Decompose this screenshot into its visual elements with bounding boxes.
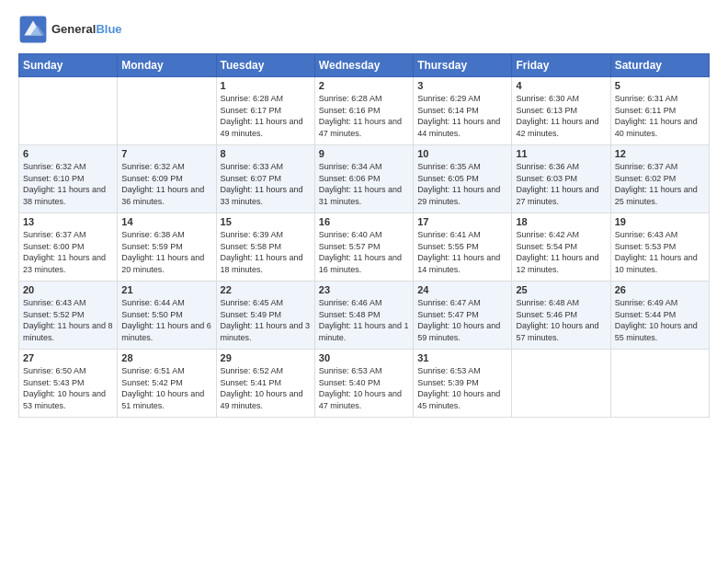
calendar-cell: 8Sunrise: 6:33 AM Sunset: 6:07 PM Daylig… [216,145,314,213]
calendar-cell [19,77,118,145]
cell-info: Sunrise: 6:28 AM Sunset: 6:16 PM Dayligh… [319,93,409,139]
day-number: 19 [615,216,705,227]
cell-info: Sunrise: 6:52 AM Sunset: 5:41 PM Dayligh… [221,365,311,411]
cell-info: Sunrise: 6:31 AM Sunset: 6:11 PM Dayligh… [615,93,705,139]
day-number: 22 [221,284,311,295]
day-number: 20 [23,284,113,295]
cell-info: Sunrise: 6:49 AM Sunset: 5:44 PM Dayligh… [615,297,705,343]
calendar-cell: 7Sunrise: 6:32 AM Sunset: 6:09 PM Daylig… [118,145,216,213]
calendar-cell: 11Sunrise: 6:36 AM Sunset: 6:03 PM Dayli… [512,145,610,213]
calendar-cell: 22Sunrise: 6:45 AM Sunset: 5:49 PM Dayli… [216,282,314,350]
day-number: 21 [121,284,211,295]
calendar-cell: 16Sunrise: 6:40 AM Sunset: 5:57 PM Dayli… [314,213,413,282]
calendar-cell: 15Sunrise: 6:39 AM Sunset: 5:58 PM Dayli… [216,213,314,282]
calendar-cell: 6Sunrise: 6:32 AM Sunset: 6:10 PM Daylig… [19,145,118,213]
calendar-cell [610,350,709,418]
day-number: 29 [221,352,311,363]
day-header-sunday: Sunday [19,54,118,77]
day-number: 23 [319,284,409,295]
day-number: 27 [23,352,113,363]
calendar-cell: 9Sunrise: 6:34 AM Sunset: 6:06 PM Daylig… [314,145,413,213]
cell-info: Sunrise: 6:34 AM Sunset: 6:06 PM Dayligh… [319,161,409,207]
week-row-4: 20Sunrise: 6:43 AM Sunset: 5:52 PM Dayli… [19,282,710,350]
cell-info: Sunrise: 6:35 AM Sunset: 6:05 PM Dayligh… [417,161,507,207]
day-number: 13 [23,216,113,227]
calendar-cell: 27Sunrise: 6:50 AM Sunset: 5:43 PM Dayli… [19,350,118,418]
day-number: 12 [615,148,705,159]
day-number: 4 [516,80,606,91]
day-header-tuesday: Tuesday [216,54,314,77]
cell-info: Sunrise: 6:33 AM Sunset: 6:07 PM Dayligh… [221,161,311,207]
cell-info: Sunrise: 6:43 AM Sunset: 5:53 PM Dayligh… [615,229,705,275]
day-number: 1 [221,80,311,91]
day-number: 24 [417,284,507,295]
calendar-cell [512,350,610,418]
day-number: 26 [615,284,705,295]
calendar-cell: 28Sunrise: 6:51 AM Sunset: 5:42 PM Dayli… [118,350,216,418]
calendar-cell: 17Sunrise: 6:41 AM Sunset: 5:55 PM Dayli… [414,213,512,282]
cell-info: Sunrise: 6:40 AM Sunset: 5:57 PM Dayligh… [319,229,409,275]
cell-info: Sunrise: 6:45 AM Sunset: 5:49 PM Dayligh… [221,297,311,343]
cell-info: Sunrise: 6:42 AM Sunset: 5:54 PM Dayligh… [516,229,606,275]
day-number: 16 [319,216,409,227]
logo-text: GeneralBlue [51,22,122,37]
header: GeneralBlue [18,15,710,44]
day-header-wednesday: Wednesday [314,54,413,77]
week-row-5: 27Sunrise: 6:50 AM Sunset: 5:43 PM Dayli… [19,350,710,418]
cell-info: Sunrise: 6:39 AM Sunset: 5:58 PM Dayligh… [221,229,311,275]
calendar-cell: 18Sunrise: 6:42 AM Sunset: 5:54 PM Dayli… [512,213,610,282]
cell-info: Sunrise: 6:51 AM Sunset: 5:42 PM Dayligh… [121,365,211,411]
day-number: 3 [417,80,507,91]
logo-icon [18,15,48,44]
cell-info: Sunrise: 6:50 AM Sunset: 5:43 PM Dayligh… [23,365,113,411]
cell-info: Sunrise: 6:44 AM Sunset: 5:50 PM Dayligh… [121,297,211,343]
day-number: 15 [221,216,311,227]
calendar-cell: 3Sunrise: 6:29 AM Sunset: 6:14 PM Daylig… [414,77,512,145]
calendar-cell: 21Sunrise: 6:44 AM Sunset: 5:50 PM Dayli… [118,282,216,350]
cell-info: Sunrise: 6:32 AM Sunset: 6:10 PM Dayligh… [23,161,113,207]
day-header-thursday: Thursday [414,54,512,77]
calendar-cell: 4Sunrise: 6:30 AM Sunset: 6:13 PM Daylig… [512,77,610,145]
cell-info: Sunrise: 6:47 AM Sunset: 5:47 PM Dayligh… [417,297,507,343]
cell-info: Sunrise: 6:41 AM Sunset: 5:55 PM Dayligh… [417,229,507,275]
calendar-cell: 19Sunrise: 6:43 AM Sunset: 5:53 PM Dayli… [610,213,709,282]
day-number: 31 [417,352,507,363]
page: GeneralBlue SundayMondayTuesdayWednesday… [0,0,728,563]
cell-info: Sunrise: 6:29 AM Sunset: 6:14 PM Dayligh… [417,93,507,139]
day-number: 9 [319,148,409,159]
cell-info: Sunrise: 6:36 AM Sunset: 6:03 PM Dayligh… [516,161,606,207]
cell-info: Sunrise: 6:37 AM Sunset: 6:00 PM Dayligh… [23,229,113,275]
calendar-cell: 29Sunrise: 6:52 AM Sunset: 5:41 PM Dayli… [216,350,314,418]
calendar-cell: 26Sunrise: 6:49 AM Sunset: 5:44 PM Dayli… [610,282,709,350]
day-number: 30 [319,352,409,363]
calendar-cell: 2Sunrise: 6:28 AM Sunset: 6:16 PM Daylig… [314,77,413,145]
cell-info: Sunrise: 6:37 AM Sunset: 6:02 PM Dayligh… [615,161,705,207]
calendar-cell: 12Sunrise: 6:37 AM Sunset: 6:02 PM Dayli… [610,145,709,213]
day-number: 8 [221,148,311,159]
cell-info: Sunrise: 6:32 AM Sunset: 6:09 PM Dayligh… [121,161,211,207]
calendar-cell: 25Sunrise: 6:48 AM Sunset: 5:46 PM Dayli… [512,282,610,350]
day-number: 11 [516,148,606,159]
day-number: 6 [23,148,113,159]
cell-info: Sunrise: 6:53 AM Sunset: 5:40 PM Dayligh… [319,365,409,411]
day-header-monday: Monday [118,54,216,77]
day-number: 5 [615,80,705,91]
day-number: 14 [121,216,211,227]
day-number: 7 [121,148,211,159]
calendar-cell: 1Sunrise: 6:28 AM Sunset: 6:17 PM Daylig… [216,77,314,145]
day-header-saturday: Saturday [610,54,709,77]
header-row: SundayMondayTuesdayWednesdayThursdayFrid… [19,54,710,77]
week-row-1: 1Sunrise: 6:28 AM Sunset: 6:17 PM Daylig… [19,77,710,145]
day-number: 2 [319,80,409,91]
day-number: 10 [417,148,507,159]
cell-info: Sunrise: 6:30 AM Sunset: 6:13 PM Dayligh… [516,93,606,139]
calendar-cell [118,77,216,145]
calendar-cell: 20Sunrise: 6:43 AM Sunset: 5:52 PM Dayli… [19,282,118,350]
calendar-cell: 24Sunrise: 6:47 AM Sunset: 5:47 PM Dayli… [414,282,512,350]
calendar-cell: 23Sunrise: 6:46 AM Sunset: 5:48 PM Dayli… [314,282,413,350]
calendar-cell: 30Sunrise: 6:53 AM Sunset: 5:40 PM Dayli… [314,350,413,418]
calendar-cell: 14Sunrise: 6:38 AM Sunset: 5:59 PM Dayli… [118,213,216,282]
day-number: 17 [417,216,507,227]
calendar-cell: 5Sunrise: 6:31 AM Sunset: 6:11 PM Daylig… [610,77,709,145]
week-row-3: 13Sunrise: 6:37 AM Sunset: 6:00 PM Dayli… [19,213,710,282]
